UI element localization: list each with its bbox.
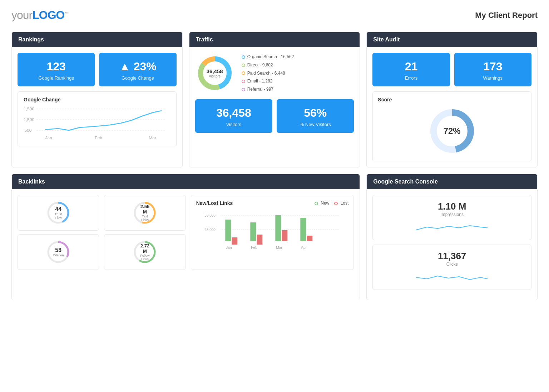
bar-chart-svg: 50,000 25,000	[196, 209, 349, 252]
report-title: My Client Report	[475, 11, 538, 20]
citation-card: 58 Citation	[18, 234, 99, 270]
traffic-stat-row: 36,458 Visitors 56% % New Visitors	[195, 99, 354, 133]
score-section: Score 72%	[372, 91, 531, 161]
traffic-panel: Traffic	[189, 32, 360, 167]
follow-links-ring: 2.72 M Follow Links	[132, 240, 157, 265]
site-audit-header: Site Audit	[367, 32, 537, 47]
google-change-box: ▲ 23% Google Change	[99, 53, 176, 86]
text-links-ring: 2.55 M Text Links	[132, 200, 157, 225]
trust-flow-label: Trust Flow	[52, 212, 65, 220]
citation-label: Citation	[53, 253, 64, 257]
google-rankings-box: 123 Google Rankings	[18, 53, 95, 86]
backlinks-left-grid: 44 Trust Flow 58 Citation	[18, 195, 99, 270]
svg-text:50,000: 50,000	[204, 213, 216, 217]
svg-text:Mar: Mar	[149, 136, 156, 140]
rankings-body: 123 Google Rankings ▲ 23% Google Change …	[12, 47, 182, 152]
follow-links-card: 2.72 M Follow Links	[104, 234, 186, 270]
rankings-stat-row: 123 Google Rankings ▲ 23% Google Change	[18, 53, 177, 86]
svg-text:1,500: 1,500	[24, 107, 34, 111]
legend-new: New	[315, 201, 329, 206]
text-links-value: 2.55 M	[139, 204, 151, 215]
svg-rect-29	[225, 220, 231, 241]
svg-rect-35	[300, 218, 306, 241]
follow-links-value: 2.72 M	[139, 243, 151, 254]
clicks-sparkline	[379, 270, 525, 282]
text-links-label: Text Links	[139, 215, 151, 222]
svg-rect-31	[250, 222, 256, 241]
warnings-box: 173 Warnings	[454, 53, 531, 86]
svg-text:Apr: Apr	[301, 246, 307, 250]
citation-ring: 58 Citation	[46, 240, 71, 265]
logo-normal: your	[11, 9, 32, 21]
traffic-donut-center: 36,458 Visitors	[207, 68, 223, 78]
clicks-value: 11,367	[379, 251, 525, 262]
legend-lost: Lost	[334, 201, 348, 206]
impressions-value: 1.10 M	[379, 201, 525, 212]
site-audit-body: 21 Errors 173 Warnings Score 72%	[367, 47, 537, 167]
text-links-card: 2.55 M Text Links	[104, 195, 186, 231]
svg-rect-33	[275, 215, 281, 241]
visitors-value: 36,458	[199, 106, 269, 120]
new-lost-links-section: New/Lost Links New Lost 50,00	[191, 195, 354, 270]
legend-item-referral: Referral - 997	[242, 85, 294, 94]
traffic-legend: Organic Search - 16,562 Direct - 9,602 P…	[242, 53, 294, 94]
backlinks-body: 44 Trust Flow 58 Citation	[12, 189, 360, 276]
traffic-donut-value: 36,458	[207, 68, 223, 74]
gsc-body: 1.10 M Impressions 11,367 Clicks	[367, 189, 537, 300]
impressions-sparkline	[379, 220, 525, 233]
logo-tm: ™	[64, 11, 68, 16]
logo-bold: LOGO	[32, 9, 64, 21]
legend-item-direct: Direct - 9,602	[242, 61, 294, 69]
gsc-panel: Google Search Console 1.10 M Impressions…	[366, 174, 538, 300]
errors-label: Errors	[376, 75, 446, 81]
svg-text:25,000: 25,000	[204, 228, 216, 232]
rankings-chart-box: Google Change 1,500 1,500 500 Jan Feb Ma…	[18, 91, 177, 146]
trust-flow-card: 44 Trust Flow	[18, 195, 99, 231]
traffic-donut-wrapper: 36,458 Visitors	[195, 54, 234, 93]
bar-chart-title: New/Lost Links	[196, 200, 233, 206]
svg-text:Mar: Mar	[276, 246, 282, 250]
impressions-label: Impressions	[379, 212, 525, 217]
site-audit-panel: Site Audit 21 Errors 173 Warnings Score	[366, 32, 538, 167]
legend-item-email: Email - 1,282	[242, 77, 294, 85]
logo: yourLOGO™	[11, 9, 68, 22]
backlinks-right-grid: 2.55 M Text Links 2.72 M Follow Link	[104, 195, 186, 270]
clicks-card: 11,367 Clicks	[372, 245, 531, 290]
clicks-label: Clicks	[379, 262, 525, 267]
svg-rect-30	[232, 237, 237, 245]
citation-value: 58	[53, 247, 64, 253]
impressions-card: 1.10 M Impressions	[372, 195, 531, 240]
rankings-line-chart: 1,500 1,500 500 Jan Feb Mar	[24, 105, 170, 141]
main-grid: Rankings 123 Google Rankings ▲ 23% Googl…	[11, 32, 538, 300]
bar-legend: New Lost	[315, 201, 348, 206]
legend-item-paid: Paid Search - 6,448	[242, 69, 294, 77]
traffic-header: Traffic	[189, 32, 360, 47]
score-value: 72%	[444, 126, 461, 136]
trust-flow-value: 44	[52, 206, 65, 212]
traffic-donut-sub: Visitors	[207, 74, 223, 78]
svg-text:Jan: Jan	[226, 246, 232, 250]
visitors-box: 36,458 Visitors	[195, 99, 272, 133]
google-change-label: Google Change	[103, 75, 173, 81]
svg-text:Feb: Feb	[95, 136, 102, 140]
new-visitors-box: 56% % New Visitors	[277, 99, 354, 133]
errors-value: 21	[376, 60, 446, 73]
warnings-label: Warnings	[458, 75, 528, 81]
backlinks-header: Backlinks	[12, 174, 360, 189]
errors-box: 21 Errors	[372, 53, 450, 86]
site-audit-stat-row: 21 Errors 173 Warnings	[372, 53, 531, 86]
legend-item-organic: Organic Search - 16,562	[242, 53, 294, 61]
traffic-donut-section: 36,458 Visitors Organic Search - 16,562 …	[189, 47, 360, 99]
svg-text:500: 500	[24, 129, 31, 132]
svg-rect-32	[257, 235, 262, 245]
google-rankings-value: 123	[21, 60, 91, 73]
trust-flow-ring: 44 Trust Flow	[46, 200, 71, 225]
svg-text:1,500: 1,500	[24, 118, 34, 122]
warnings-value: 173	[458, 60, 528, 73]
follow-links-label: Follow Links	[139, 254, 151, 261]
bar-chart-header: New/Lost Links New Lost	[196, 200, 349, 206]
google-rankings-label: Google Rankings	[21, 75, 91, 81]
rankings-header: Rankings	[12, 32, 182, 47]
backlinks-panel: Backlinks 44 Trust Flow	[11, 174, 360, 300]
new-visitors-label: % New Visitors	[280, 122, 350, 127]
